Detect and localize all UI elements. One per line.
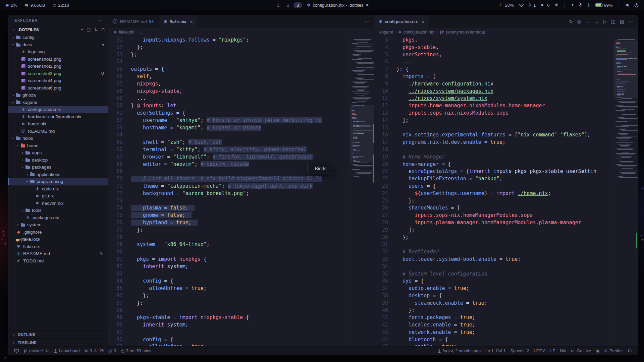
breadcrumb[interactable]: kogami › ❄ configuration.nix › ƒx (anony… [374,28,638,37]
split-editor-icon[interactable]: ◫ [611,19,615,24]
memory-module[interactable]: ▤ 9.66GB [24,3,45,8]
chevron-icon[interactable]: › [16,222,20,227]
forward-icon[interactable]: → [594,19,599,24]
close-icon[interactable]: × [190,19,193,24]
open-changes-icon[interactable]: ◎ [577,19,581,24]
workspace-3[interactable]: 3 [293,2,302,8]
tree-item[interactable]: ❄hardware-configuration.nix [8,113,108,121]
eol-button[interactable]: LF [548,347,558,355]
tree-item[interactable]: ✳logo.svg [8,48,108,56]
cursor-position-button[interactable]: Ln 1, Col 1 [483,347,508,355]
tree-item[interactable]: ›applications [8,171,108,178]
tree-item[interactable]: ›kogami [8,99,108,106]
tree-item[interactable]: screenshot6.png [8,84,108,92]
breadcrumb-folder[interactable]: kogami [379,30,393,35]
new-file-icon[interactable]: + [81,27,83,32]
tree-item[interactable]: ›config [8,34,108,41]
minimap[interactable] [350,37,374,346]
chevron-icon[interactable]: › [20,165,25,169]
breadcrumb-symbol[interactable]: (anonymous lambda) [446,30,485,35]
more-actions-icon[interactable]: ⋯ [629,19,633,24]
tree-item[interactable]: ›ginoza [8,92,108,99]
tree-item[interactable]: ❄git.nix [8,192,108,200]
chevron-icon[interactable]: › [25,179,30,184]
tab-configuration-nix[interactable]: ❄ configuration.nix × [374,15,429,28]
chevron-icon[interactable]: › [25,172,30,177]
browser-preview-button[interactable]: ◉ [593,347,602,355]
tab-readme[interactable]: ⓘ README.md 9+ [108,15,159,28]
remote-window-button[interactable] [12,347,21,355]
workspace-1[interactable]: 1 [274,2,282,8]
breadcrumb-file[interactable]: flake.nix [119,30,134,35]
power-button[interactable] [634,3,639,7]
battery-module[interactable]: 99% [595,3,613,8]
chevron-icon[interactable]: › [20,150,25,155]
cpu-module[interactable]: ◉ 2% [5,3,17,8]
refresh-icon[interactable]: ↻ [94,27,98,32]
tree-item[interactable]: ›desktop [8,157,108,164]
chevron-icon[interactable]: › [15,143,20,148]
notifications-button[interactable] [625,347,634,355]
tree-item[interactable]: ❄packages.nix [8,214,108,222]
tree-item[interactable]: ❄configuration.nix [8,106,108,113]
indentation-button[interactable]: Spaces: 2 [508,347,532,355]
chevron-icon[interactable]: › [11,100,16,105]
chevron-icon[interactable]: › [11,35,15,40]
tree-item[interactable]: ›home [8,142,108,149]
tree-item[interactable]: ❄neovim.nix [8,200,108,207]
binds-popup[interactable]: Binds [307,163,334,174]
workspace-2[interactable]: 2 [284,2,292,8]
tree-item[interactable]: ›system [8,221,108,229]
tree-item[interactable]: ›packages [8,164,108,171]
breadcrumb[interactable]: ❄ flake.nix › … [108,28,374,37]
scratchpad-module[interactable]: ❖ [554,3,558,7]
tree-item[interactable]: screenshot3.pngU [8,70,108,77]
tree-item[interactable]: screenshot4.png [8,77,108,84]
chevron-icon[interactable]: › [11,136,16,140]
chevron-icon[interactable]: › [11,43,16,47]
run-file-icon[interactable]: ▷ [603,19,607,24]
tree-item[interactable]: ❄home.nix [8,120,108,128]
chevron-icon[interactable]: › [20,158,25,163]
encoding-button[interactable]: UTF-8 [531,347,548,355]
prettier-button[interactable]: ⊘ Prettier [602,347,625,355]
go-live-button[interactable]: Go Live [568,347,593,355]
chevron-icon[interactable]: › [11,93,15,98]
code-area-flake[interactable]: 51 inputs.nixpkgs.follows = "nixpkgs";52… [108,37,374,346]
breadcrumb-more[interactable]: … [140,30,144,35]
new-folder-icon[interactable]: ❏ [87,27,91,32]
explorer-section-header[interactable]: › .DOTFILES + ❏ ↻ ⊟ [8,26,108,34]
breadcrumb-file[interactable]: configuration.nix [404,30,434,35]
minimap-slider[interactable] [350,105,374,163]
tree-item[interactable]: ⓘREADME.md [8,128,108,135]
tree-item[interactable]: ❄flake.nix [8,243,108,250]
tray-bluetooth-module[interactable]: ᛒ [588,3,590,7]
chevron-icon[interactable]: › [20,208,25,213]
tree-item[interactable]: ›apps [8,149,108,157]
tree-item[interactable]: ›programming [8,178,108,185]
tree-item[interactable]: ›nixos [8,135,108,142]
outline-section[interactable]: › OUTLINE [8,330,108,338]
code-area-configuration[interactable]: 3 pkgs,4 pkgs-stable,5 userSettings,6 ..… [374,37,638,346]
tree-item[interactable]: screenshot2.png [8,63,108,70]
close-icon[interactable]: × [422,19,425,24]
microphone-module[interactable] [579,3,583,7]
launchpad-button[interactable]: Launchpad [51,347,82,355]
problems-button[interactable]: ⊗ 0 ⚠ 15 [82,347,106,355]
timeline-section[interactable]: › TIMELINE [8,338,108,346]
volume-module[interactable]: 0 [541,3,549,8]
tree-item[interactable]: ◆.gitignore [8,229,108,236]
language-mode-button[interactable]: Nix [557,347,568,355]
ports-button[interactable]: ◎ 0 [106,347,118,355]
tray-expand-button[interactable]: ▼ [571,3,574,7]
bluetooth-module[interactable]: ᛒ 1 [529,3,536,8]
collapse-all-icon[interactable]: ⊟ [101,27,105,32]
screenshot-button[interactable]: ▣ [626,3,629,7]
git-blame-item[interactable]: foglar, 2 months ago [435,347,483,355]
brightness-module[interactable]: ☾ 20% [499,3,514,8]
layout-icon[interactable]: ▤ [620,19,624,24]
minimap[interactable] [613,37,638,346]
minimap-slider[interactable] [614,41,638,98]
back-icon[interactable]: ← [586,19,590,24]
tree-item[interactable]: ›tools [8,207,108,214]
